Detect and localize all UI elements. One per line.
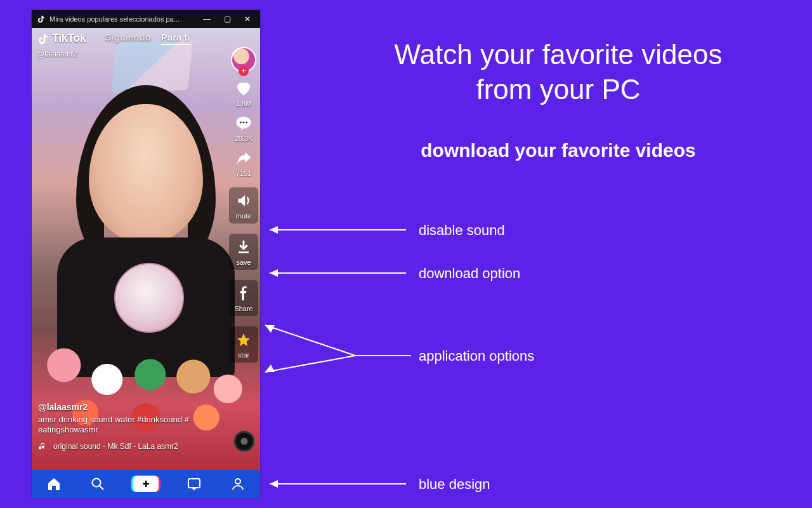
annotation-arrows: [0, 0, 812, 508]
svg-marker-12: [270, 269, 278, 277]
svg-line-15: [265, 356, 355, 372]
svg-line-13: [265, 325, 355, 356]
svg-marker-19: [270, 480, 278, 488]
svg-marker-16: [265, 364, 275, 372]
svg-marker-14: [265, 325, 275, 333]
svg-marker-10: [270, 226, 278, 234]
